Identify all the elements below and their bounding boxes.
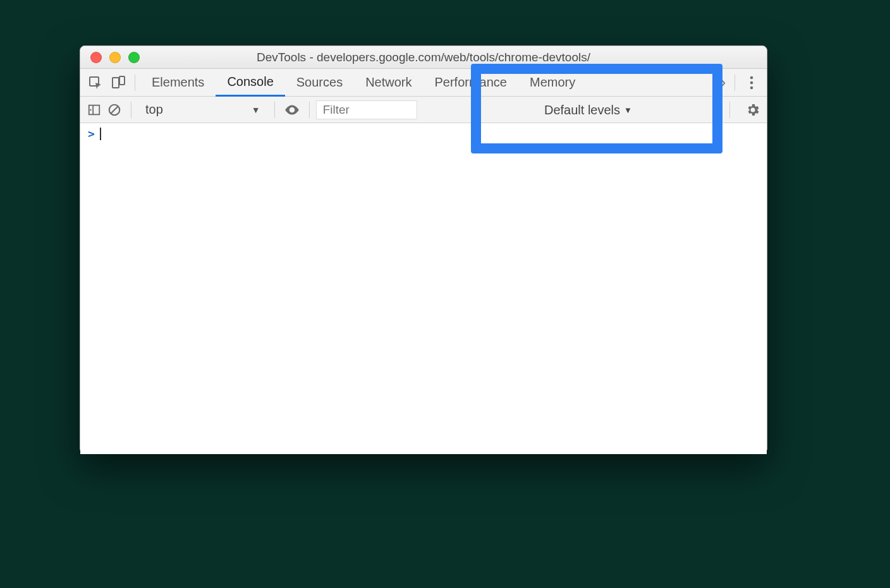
log-levels-dropdown[interactable]: Default levels ▼: [544, 97, 632, 123]
svg-rect-2: [119, 76, 125, 85]
traffic-lights: [90, 52, 140, 63]
separator: [729, 102, 730, 118]
separator: [274, 102, 275, 118]
window-title: DevTools - developers.google.com/web/too…: [80, 51, 767, 64]
svg-point-4: [750, 81, 753, 84]
execution-context-label: top: [145, 102, 163, 117]
separator: [135, 75, 135, 91]
tab-performance[interactable]: Performance: [424, 69, 519, 97]
inspect-element-icon[interactable]: [84, 71, 107, 94]
toggle-console-sidebar-icon[interactable]: [84, 100, 104, 120]
console-settings-icon[interactable]: [745, 97, 760, 123]
maximize-window-button[interactable]: [128, 52, 140, 63]
more-tabs-icon[interactable]: »: [714, 75, 729, 91]
log-levels-label: Default levels: [544, 103, 620, 117]
console-output[interactable]: >: [80, 123, 767, 454]
prompt-chevron-icon: >: [88, 127, 95, 140]
dropdown-caret-icon: ▼: [624, 105, 632, 115]
tab-network[interactable]: Network: [354, 69, 423, 97]
close-window-button[interactable]: [90, 52, 102, 63]
tab-memory[interactable]: Memory: [518, 69, 587, 97]
title-bar: DevTools - developers.google.com/web/too…: [80, 46, 767, 69]
svg-point-5: [750, 86, 753, 89]
svg-point-10: [291, 108, 293, 111]
separator: [131, 102, 131, 118]
tab-elements[interactable]: Elements: [140, 69, 216, 97]
svg-rect-1: [113, 78, 119, 88]
device-toolbar-icon[interactable]: [107, 71, 130, 94]
svg-line-9: [111, 106, 118, 113]
console-toolbar: top ▼ Default levels ▼: [80, 97, 767, 123]
filter-input[interactable]: [316, 100, 417, 119]
separator: [735, 75, 735, 91]
tab-sources[interactable]: Sources: [285, 69, 354, 97]
tab-console[interactable]: Console: [216, 69, 284, 97]
kebab-menu-icon[interactable]: [740, 75, 763, 90]
clear-console-icon[interactable]: [104, 100, 125, 120]
dropdown-caret-icon: ▼: [252, 105, 260, 115]
svg-point-3: [750, 76, 753, 79]
devtools-window: DevTools - developers.google.com/web/too…: [80, 45, 767, 453]
devtools-tabbar: Elements Console Sources Network Perform…: [80, 69, 767, 97]
live-expression-icon[interactable]: [281, 102, 303, 118]
minimize-window-button[interactable]: [109, 52, 121, 63]
execution-context-selector[interactable]: top ▼: [138, 100, 268, 120]
console-prompt[interactable]: >: [80, 123, 767, 144]
separator: [309, 102, 310, 118]
text-caret: [100, 128, 101, 140]
